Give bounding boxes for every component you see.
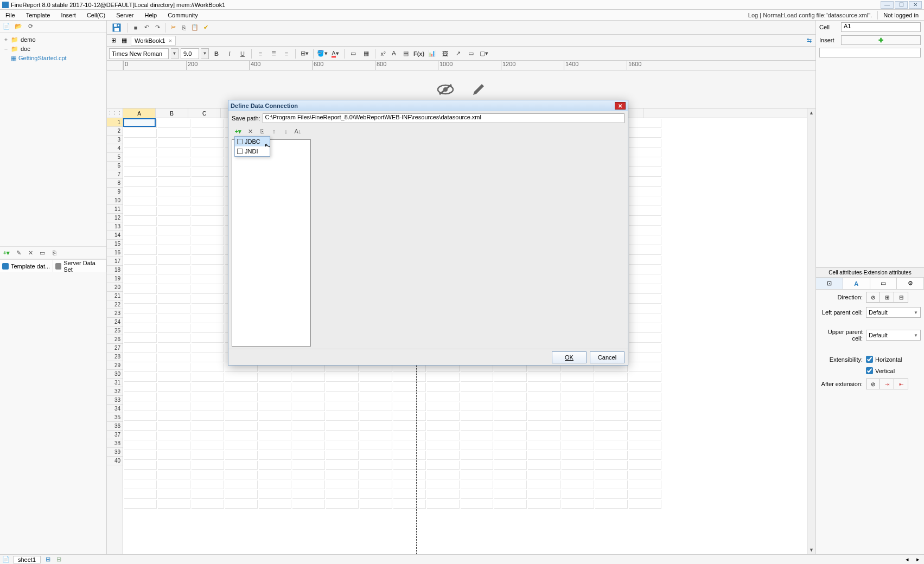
- col-header[interactable]: B: [156, 108, 188, 118]
- tab-server-data[interactable]: Server Data Set: [53, 260, 106, 272]
- row-header[interactable]: 35: [107, 413, 123, 422]
- row-header[interactable]: 9: [107, 188, 123, 196]
- vertical-scrollbar[interactable]: ▲ ▼: [807, 108, 815, 554]
- row-header[interactable]: 3: [107, 136, 123, 144]
- font-name-dropdown[interactable]: ▼: [171, 48, 179, 59]
- dlg-sort-icon[interactable]: A↓: [294, 127, 302, 136]
- merge-button[interactable]: ▭: [348, 48, 359, 59]
- bold-button[interactable]: B: [211, 48, 222, 59]
- formula-button[interactable]: F(x): [413, 48, 424, 59]
- login-status[interactable]: Not logged in: [877, 11, 924, 20]
- scroll-down-icon[interactable]: ▼: [807, 546, 815, 554]
- close-button[interactable]: ✕: [909, 1, 922, 9]
- row-header[interactable]: 5: [107, 153, 123, 162]
- redo-icon[interactable]: ↷: [153, 23, 162, 32]
- font-size-input[interactable]: 9.0: [181, 48, 199, 59]
- row-header[interactable]: 34: [107, 405, 123, 413]
- sheet-prev-icon[interactable]: ◂: [903, 556, 911, 563]
- direction-vertical[interactable]: ⊞: [880, 292, 894, 303]
- grid-mode-icon[interactable]: ⊞: [109, 36, 118, 45]
- row-header[interactable]: 17: [107, 257, 123, 266]
- attr-tab-style[interactable]: A: [843, 278, 870, 289]
- dlg-add-icon[interactable]: +▾: [234, 127, 243, 136]
- minimize-button[interactable]: —: [881, 1, 894, 9]
- refresh-icon[interactable]: ⟳: [26, 22, 35, 31]
- select-all-corner[interactable]: ⋮⋮⋮: [107, 108, 123, 118]
- row-header[interactable]: 32: [107, 387, 123, 396]
- row-header[interactable]: 11: [107, 205, 123, 214]
- row-header[interactable]: 40: [107, 457, 123, 465]
- sheet-form-icon[interactable]: ⊟: [55, 556, 62, 563]
- sup-button[interactable]: x²: [379, 48, 387, 59]
- row-header[interactable]: 27: [107, 344, 123, 352]
- scroll-up-icon[interactable]: ▲: [807, 108, 815, 117]
- row-header[interactable]: 24: [107, 318, 123, 326]
- align-right-button[interactable]: ≡: [281, 48, 292, 59]
- float-button[interactable]: ▭: [466, 48, 476, 59]
- italic-button[interactable]: I: [224, 48, 235, 59]
- indent-button[interactable]: ▤: [400, 48, 411, 59]
- add-ds-icon[interactable]: +▾: [2, 248, 11, 257]
- dialog-title-bar[interactable]: Define Data Connection ✕: [228, 100, 628, 111]
- widget-button[interactable]: ▢▾: [479, 48, 489, 59]
- row-header[interactable]: 10: [107, 196, 123, 205]
- row-header[interactable]: 1: [107, 118, 123, 127]
- menu-server[interactable]: Server: [111, 11, 139, 20]
- switch-tab-icon[interactable]: ⇆: [805, 36, 813, 45]
- cell-ref-input[interactable]: A1: [841, 22, 921, 32]
- copy-ds-icon[interactable]: ⎘: [50, 248, 59, 257]
- row-header[interactable]: 22: [107, 300, 123, 309]
- row-header[interactable]: 20: [107, 283, 123, 292]
- image-button[interactable]: 🖼: [439, 48, 450, 59]
- row-header[interactable]: 12: [107, 214, 123, 222]
- edit-ds-icon[interactable]: ✎: [14, 248, 23, 257]
- sheet-next-icon[interactable]: ▸: [914, 556, 922, 563]
- sheet-tab-1[interactable]: sheet1: [13, 556, 41, 563]
- undo-icon[interactable]: ↶: [142, 23, 151, 32]
- form-mode-icon[interactable]: ▦: [120, 36, 129, 45]
- row-header[interactable]: 6: [107, 162, 123, 170]
- direction-horizontal[interactable]: ⊟: [894, 292, 908, 303]
- menu-file[interactable]: File: [0, 11, 21, 20]
- row-header[interactable]: 31: [107, 379, 123, 387]
- row-header[interactable]: 21: [107, 292, 123, 300]
- row-header[interactable]: 13: [107, 222, 123, 231]
- ok-button[interactable]: OK: [552, 351, 587, 363]
- row-header[interactable]: 2: [107, 127, 123, 136]
- sheet-grid-icon[interactable]: ⊞: [44, 556, 52, 563]
- menu-community[interactable]: Community: [162, 11, 203, 20]
- vertical-checkbox[interactable]: Vertical: [866, 367, 895, 374]
- row-header[interactable]: 28: [107, 352, 123, 361]
- close-tab-icon[interactable]: ×: [169, 37, 172, 44]
- split-button[interactable]: ▦: [361, 48, 372, 59]
- align-center-button[interactable]: ≣: [268, 48, 279, 59]
- dlg-delete-icon[interactable]: ✕: [246, 127, 254, 136]
- folder-demo[interactable]: +📁demo: [3, 35, 103, 44]
- after-ext-none[interactable]: ⊘: [866, 379, 880, 389]
- col-header[interactable]: A: [123, 108, 156, 118]
- after-ext-col[interactable]: ⇤: [894, 379, 908, 389]
- font-name-input[interactable]: Times New Roman: [109, 48, 169, 59]
- row-header[interactable]: 7: [107, 170, 123, 179]
- col-header[interactable]: C: [188, 108, 221, 118]
- row-header[interactable]: 39: [107, 448, 123, 457]
- align-left-button[interactable]: ≡: [255, 48, 266, 59]
- eye-off-icon[interactable]: [436, 82, 455, 97]
- sheet-config-icon[interactable]: 📄: [2, 556, 10, 563]
- delete-ds-icon[interactable]: ✕: [26, 248, 35, 257]
- pencil-icon[interactable]: [471, 82, 486, 97]
- menu-cell[interactable]: Cell(C): [81, 11, 111, 20]
- row-header[interactable]: 37: [107, 431, 123, 439]
- row-header[interactable]: 25: [107, 326, 123, 335]
- attr-tab-present[interactable]: ▭: [870, 278, 897, 289]
- attr-tab-expand[interactable]: ⊡: [816, 278, 843, 289]
- cut-icon[interactable]: ✂: [169, 23, 177, 32]
- upper-parent-select[interactable]: Default▼: [866, 330, 921, 341]
- horizontal-checkbox[interactable]: Horizontal: [866, 356, 902, 363]
- save-button[interactable]: [109, 21, 124, 34]
- row-header[interactable]: 4: [107, 144, 123, 153]
- dlg-copy-icon[interactable]: ⎘: [258, 127, 266, 136]
- font-size-dropdown[interactable]: ▼: [201, 48, 209, 59]
- menu-help[interactable]: Help: [139, 11, 163, 20]
- row-header[interactable]: 33: [107, 396, 123, 405]
